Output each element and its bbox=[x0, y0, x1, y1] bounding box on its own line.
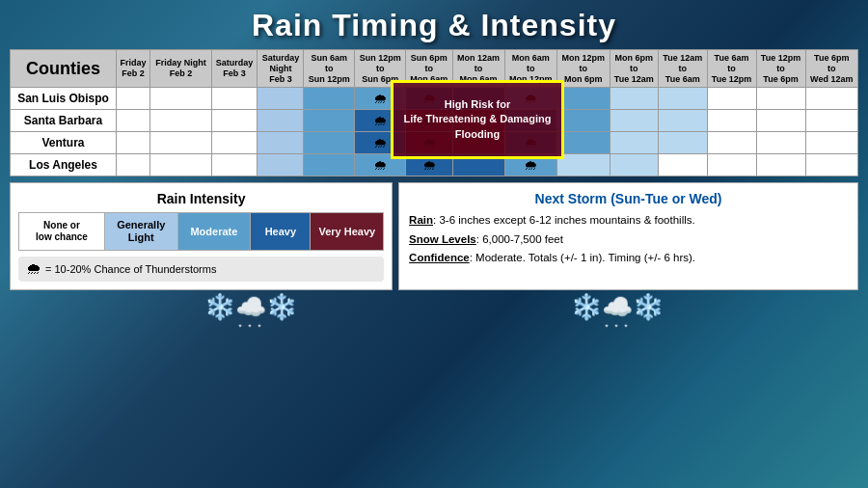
table-row: Ventura 🌧 🌧 🌧 bbox=[11, 132, 858, 154]
storm-detail: Rain: 3-6 inches except 6-12 inches moun… bbox=[409, 211, 848, 268]
county-ventura: Ventura bbox=[11, 132, 117, 154]
cell bbox=[117, 132, 150, 154]
cell: 🌧 bbox=[504, 88, 557, 110]
legend-moderate: Moderate bbox=[178, 213, 252, 250]
legend-box: Rain Intensity None orlow chance General… bbox=[10, 182, 393, 290]
cell bbox=[150, 110, 211, 132]
county-sb: Santa Barbara bbox=[11, 110, 117, 132]
cell bbox=[304, 154, 355, 176]
snow-icons-row: ❄️☁️❄️ * * * ❄️☁️❄️ * * * bbox=[10, 292, 858, 332]
table-row: Los Angeles 🌧 🌧 🌧 bbox=[11, 154, 858, 176]
cell bbox=[610, 88, 658, 110]
col-header-tue-12am: Tue 12amtoTue 6am bbox=[659, 50, 707, 88]
snow-icon-left: ❄️☁️❄️ * * * bbox=[204, 292, 297, 332]
cell bbox=[117, 154, 150, 176]
cell bbox=[557, 88, 610, 110]
cell bbox=[557, 154, 610, 176]
cell bbox=[150, 154, 211, 176]
col-header-fri: FridayFeb 2 bbox=[117, 50, 150, 88]
thunder-icon: 🌧 bbox=[422, 113, 436, 128]
cell bbox=[452, 88, 504, 110]
thunder-note: 🌧 = 10-20% Chance of Thunderstorms bbox=[18, 257, 384, 282]
legend-very-heavy: Very Heavy bbox=[311, 213, 383, 250]
cell bbox=[805, 154, 857, 176]
cell bbox=[258, 132, 304, 154]
thunder-icon: 🌧 bbox=[524, 135, 537, 150]
col-header-mon-12pm: Mon 12pmtoMon 6pm bbox=[557, 50, 610, 88]
cell bbox=[304, 110, 355, 132]
cell bbox=[610, 132, 658, 154]
thunder-icon: 🌧 bbox=[524, 157, 537, 173]
cell bbox=[304, 88, 355, 110]
legend-title: Rain Intensity bbox=[18, 191, 384, 206]
thunder-icon: 🌧 bbox=[373, 91, 387, 106]
cell bbox=[211, 154, 258, 176]
col-header-sun-6am: Sun 6amtoSun 12pm bbox=[304, 50, 355, 88]
thunder-icon: 🌧 bbox=[422, 91, 436, 106]
cell bbox=[805, 88, 857, 110]
legend-light: GenerallyLight bbox=[105, 213, 178, 250]
storm-rain: Rain: 3-6 inches except 6-12 inches moun… bbox=[409, 211, 848, 230]
col-header-counties: Counties bbox=[11, 50, 117, 88]
thunder-icon: 🌧 bbox=[373, 135, 387, 150]
thunder-icon: 🌧 bbox=[524, 113, 537, 128]
cell bbox=[805, 132, 857, 154]
thunder-icon: 🌧 bbox=[373, 157, 387, 173]
col-header-mon-6pm: Mon 6pmtoTue 12am bbox=[610, 50, 658, 88]
col-header-tue-6am: Tue 6amtoTue 12pm bbox=[707, 50, 756, 88]
cell bbox=[707, 88, 756, 110]
storm-confidence: Confidence: Moderate. Totals (+/- 1 in).… bbox=[409, 249, 848, 268]
cell bbox=[756, 110, 805, 132]
col-header-tue-6pm: Tue 6pmtoWed 12am bbox=[805, 50, 857, 88]
cell bbox=[258, 88, 304, 110]
cell: 🌧 bbox=[406, 88, 452, 110]
county-slo: San Luis Obispo bbox=[11, 88, 117, 110]
cell bbox=[557, 132, 610, 154]
legend-none: None orlow chance bbox=[19, 213, 105, 250]
cell bbox=[117, 110, 150, 132]
cell bbox=[150, 132, 211, 154]
legend-heavy: Heavy bbox=[251, 213, 311, 250]
thunder-icon-legend: 🌧 bbox=[26, 260, 41, 278]
cell: 🌧 bbox=[406, 110, 452, 132]
cell bbox=[452, 154, 504, 176]
col-header-tue-12pm: Tue 12pmtoTue 6pm bbox=[756, 50, 805, 88]
cell bbox=[211, 132, 258, 154]
thunder-icon: 🌧 bbox=[524, 91, 537, 106]
thunder-note-text: = 10-20% Chance of Thunderstorms bbox=[45, 263, 216, 275]
cell bbox=[452, 110, 504, 132]
col-header-sun-6pm: Sun 6pmtoMon 6am bbox=[406, 50, 452, 88]
cell: 🌧 bbox=[504, 132, 557, 154]
cell bbox=[150, 88, 211, 110]
county-la: Los Angeles bbox=[11, 154, 117, 176]
cell: 🌧 bbox=[504, 110, 557, 132]
table-row: San Luis Obispo 🌧 🌧 🌧 bbox=[11, 88, 858, 110]
thunder-icon: 🌧 bbox=[422, 157, 436, 173]
cell: 🌧 bbox=[355, 88, 406, 110]
cell bbox=[211, 88, 258, 110]
cell bbox=[117, 88, 150, 110]
col-header-sun-12pm: Sun 12pmtoSun 6pm bbox=[355, 50, 406, 88]
cell bbox=[805, 110, 857, 132]
thunder-icon: 🌧 bbox=[422, 135, 436, 150]
cell bbox=[756, 88, 805, 110]
cell bbox=[707, 154, 756, 176]
cell bbox=[707, 132, 756, 154]
cell bbox=[707, 110, 756, 132]
cell bbox=[756, 132, 805, 154]
cell bbox=[610, 154, 658, 176]
timing-table-container: Counties FridayFeb 2 Friday NightFeb 2 S… bbox=[10, 49, 858, 176]
thunder-icon: 🌧 bbox=[373, 113, 387, 128]
cell: 🌧 bbox=[504, 154, 557, 176]
cell: 🌧 bbox=[355, 154, 406, 176]
col-header-fri-night: Friday NightFeb 2 bbox=[150, 50, 211, 88]
snow-icon-right: ❄️☁️❄️ * * * bbox=[571, 292, 664, 332]
legend-colors: None orlow chance GenerallyLight Moderat… bbox=[18, 212, 384, 251]
timing-table: Counties FridayFeb 2 Friday NightFeb 2 S… bbox=[10, 49, 858, 176]
cell bbox=[304, 132, 355, 154]
cell bbox=[659, 154, 707, 176]
col-header-mon-6am: Mon 6amtoMon 12pm bbox=[504, 50, 557, 88]
cell bbox=[659, 110, 707, 132]
bottom-section: Rain Intensity None orlow chance General… bbox=[10, 182, 858, 290]
col-header-mon-12am: Mon 12amtoMon 6am bbox=[452, 50, 504, 88]
